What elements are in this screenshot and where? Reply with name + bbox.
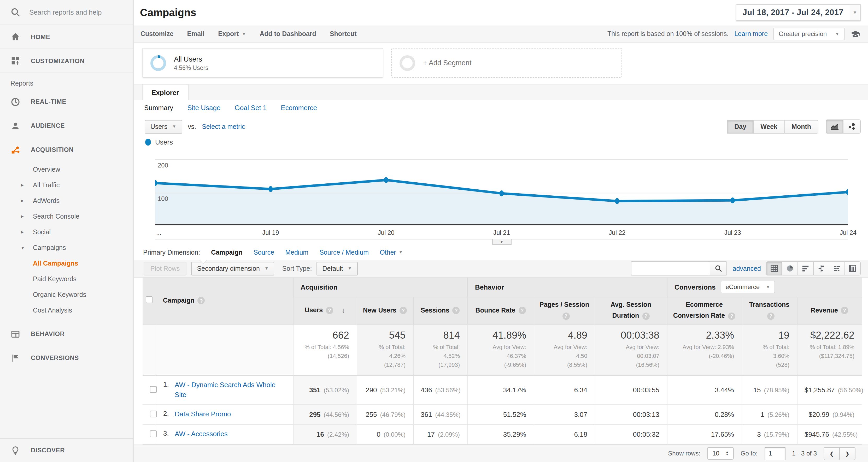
percentage-view-button[interactable] [782, 262, 798, 276]
select-all-checkbox[interactable] [146, 296, 153, 303]
performance-view-button[interactable] [798, 262, 814, 276]
menu-item[interactable]: Add to Dashboard [259, 31, 316, 38]
menu-item[interactable]: Email [187, 31, 205, 38]
plot-rows-button[interactable]: Plot Rows [144, 262, 187, 275]
sidebar-subitem[interactable]: ▶ All Traffic [0, 177, 133, 193]
ecommerce-goal-selector[interactable]: eCommerce▼ [721, 281, 775, 294]
help-icon[interactable]: ? [198, 297, 205, 304]
motion-chart-view-button[interactable] [843, 120, 861, 134]
group-header-behavior: Behavior [467, 277, 667, 297]
column-header-bounce-rate[interactable]: Bounce Rate? [467, 297, 534, 324]
campaign-link[interactable]: Data Share Promo [175, 410, 231, 420]
previous-page-button[interactable]: ❮ [824, 447, 840, 460]
help-icon[interactable]: ? [767, 312, 775, 320]
help-icon[interactable]: ? [326, 307, 333, 315]
legend-label: Users [155, 138, 173, 146]
line-chart-view-button[interactable] [826, 120, 843, 134]
column-header-new-users[interactable]: New Users? [357, 297, 413, 324]
annotations-toggle[interactable]: ▼ [492, 239, 511, 245]
sidebar-subitem[interactable]: ▶ AdWords [0, 193, 133, 209]
users-line-chart[interactable]: 200100 [155, 153, 848, 226]
select-metric-link[interactable]: Select a metric [202, 123, 245, 130]
pivot-view-button[interactable] [844, 262, 861, 276]
date-range-selector[interactable]: Jul 18, 2017 - Jul 24, 2017 ▼ [736, 4, 861, 21]
metric-selector[interactable]: Users▼ [145, 120, 182, 133]
precision-selector[interactable]: Greater precision▼ [773, 28, 844, 40]
help-icon[interactable]: ? [841, 307, 848, 315]
pivot-icon [849, 265, 857, 273]
sidebar-subitem[interactable]: ▼ Campaigns [0, 240, 133, 256]
subtab[interactable]: Site Usage [187, 104, 220, 112]
tab-explorer[interactable]: Explorer [142, 84, 189, 100]
sidebar-subitem[interactable]: ▶ Search Console [0, 209, 133, 224]
show-rows-selector[interactable]: 10 ▲▼ [707, 448, 734, 460]
row-checkbox[interactable] [150, 430, 157, 437]
subtab[interactable]: Summary [144, 104, 173, 112]
subtab[interactable]: Ecommerce [281, 104, 317, 112]
help-icon[interactable]: ? [518, 307, 526, 315]
advanced-search-link[interactable]: advanced [733, 265, 761, 272]
goto-page-input[interactable] [764, 447, 785, 460]
menu-item[interactable]: Customize [141, 31, 174, 38]
sidebar-subitem[interactable]: Organic Keywords [0, 287, 133, 303]
dimension-option[interactable]: Other▼ [380, 249, 403, 256]
sidebar-subitem[interactable]: All Campaigns [0, 256, 133, 271]
column-header-revenue[interactable]: Revenue? [797, 297, 862, 324]
column-header-transactions[interactable]: Transactions? [742, 297, 797, 324]
column-header-ecommerce-conversion-rate[interactable]: Ecommerce Conversion Rate? [667, 297, 742, 324]
sidebar-item-conversions[interactable]: CONVERSIONS [0, 346, 133, 370]
data-view-button[interactable] [766, 262, 782, 276]
search-input[interactable] [29, 8, 118, 16]
dimension-option[interactable]: Medium [285, 249, 308, 256]
sidebar-subitem[interactable]: Overview [0, 162, 133, 177]
campaigns-data-table: Campaign? Acquisition Behavior Conversio… [143, 277, 862, 444]
table-search-input[interactable] [631, 262, 710, 276]
sidebar-item-customization[interactable]: CUSTOMIZATION [0, 49, 133, 73]
learn-more-link[interactable]: Learn more [734, 31, 768, 38]
column-header-pages-session[interactable]: Pages / Session? [534, 297, 595, 324]
dimension-option[interactable]: Campaign [211, 249, 243, 256]
sidebar-item-discover[interactable]: DISCOVER [0, 438, 133, 462]
menu-item[interactable]: Shortcut [330, 31, 357, 38]
segment-all-users[interactable]: All Users 4.56% Users [142, 48, 383, 78]
column-header-users[interactable]: Users?↓ [293, 297, 357, 324]
help-icon[interactable]: ? [400, 307, 407, 315]
graduation-cap-icon[interactable] [850, 30, 861, 38]
table-search-button[interactable] [710, 262, 727, 276]
granularity-button[interactable]: Day [727, 120, 754, 133]
sidebar-item-home[interactable]: HOME [0, 25, 133, 49]
help-icon[interactable]: ? [728, 312, 735, 320]
sidebar-item-audience[interactable]: AUDIENCE [0, 114, 133, 138]
sidebar-item-behavior[interactable]: BEHAVIOR [0, 322, 133, 346]
sidebar-item-acquisition[interactable]: ACQUISITION [0, 138, 133, 162]
add-segment-button[interactable]: + Add Segment [391, 48, 622, 78]
dimension-option[interactable]: Source / Medium [319, 249, 369, 256]
secondary-dimension-selector[interactable]: Secondary dimension▼ [191, 262, 274, 275]
sidebar-subitem[interactable]: ▶ Social [0, 224, 133, 240]
help-icon[interactable]: ? [642, 312, 649, 320]
comparison-view-button[interactable] [813, 262, 829, 276]
sidebar-subitem[interactable]: Paid Keywords [0, 271, 133, 287]
row-checkbox[interactable] [150, 410, 157, 418]
help-icon[interactable]: ? [453, 307, 460, 315]
row-checkbox[interactable] [150, 386, 157, 393]
column-header-avg-session-duration[interactable]: Avg. Session Duration? [595, 297, 667, 324]
behavior-icon [10, 329, 20, 339]
column-header-campaign[interactable]: Campaign? [156, 277, 293, 324]
sidebar-item-real-time[interactable]: REAL-TIME [0, 90, 133, 114]
menu-item[interactable]: Export▼ [218, 31, 246, 38]
help-icon[interactable]: ? [562, 312, 569, 320]
line-chart-icon [830, 123, 839, 130]
dimension-option[interactable]: Source [253, 249, 274, 256]
subtab[interactable]: Goal Set 1 [235, 104, 267, 112]
term-cloud-view-button[interactable] [829, 262, 845, 276]
granularity-button[interactable]: Week [753, 120, 785, 133]
granularity-button[interactable]: Month [784, 120, 818, 133]
sidebar-subitem[interactable]: Cost Analysis [0, 303, 133, 318]
sidebar-search[interactable] [0, 0, 133, 25]
column-header-sessions[interactable]: Sessions? [413, 297, 467, 324]
sort-type-selector[interactable]: Default▼ [316, 262, 358, 275]
campaign-link[interactable]: AW - Dynamic Search Ads Whole Site [175, 380, 285, 400]
campaign-link[interactable]: AW - Accessories [175, 430, 228, 439]
next-page-button[interactable]: ❯ [839, 447, 856, 460]
